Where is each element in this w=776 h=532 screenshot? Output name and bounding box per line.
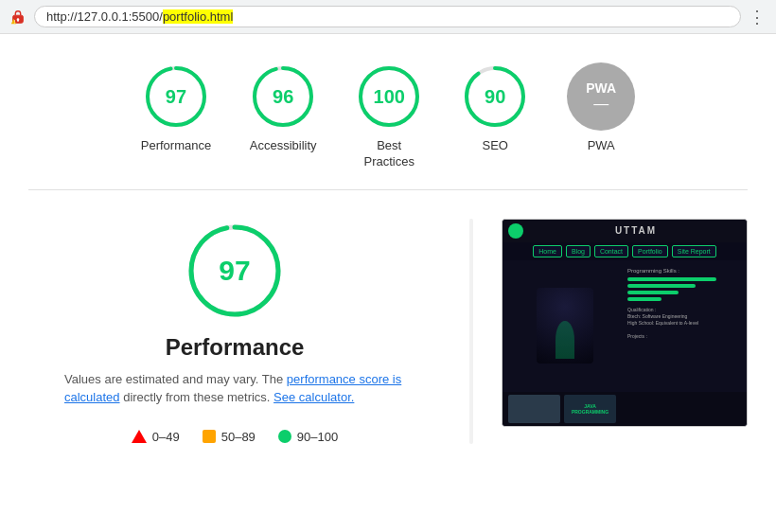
large-score-value: 97 <box>219 255 250 287</box>
ss-project-cards: JAVAPROGRAMMING <box>508 395 741 423</box>
browser-menu-icon[interactable]: ⋮ <box>749 7 767 27</box>
ss-bar-3 <box>627 291 679 294</box>
browser-bar: ! http://127.0.0.1:5500/portfolio.html ⋮ <box>0 0 776 34</box>
gauge-best-practices: 100 <box>355 62 423 131</box>
desc-middle: directly from these metrics. <box>120 390 274 404</box>
ss-skill-title: Programming Skills : <box>627 268 741 274</box>
score-label-best-practices: BestPractices <box>363 138 414 170</box>
ss-nav-portfolio: Portfolio <box>632 245 668 257</box>
ss-logo <box>508 223 523 239</box>
scroll-separator <box>469 219 473 444</box>
score-item-accessibility: 96 Accessibility <box>249 62 317 170</box>
legend-pass-icon <box>278 430 291 443</box>
main-content: 97 Performance 96 Accessibility <box>0 34 776 463</box>
legend-pass: 90–100 <box>278 430 338 444</box>
gauge-seo: 90 <box>461 62 529 131</box>
svg-rect-2 <box>17 19 18 21</box>
score-value-performance: 97 <box>166 86 186 108</box>
site-screenshot: UTTAM Home Blog Contact Portfolio Site R… <box>502 219 748 427</box>
gauge-pwa: PWA — <box>567 62 635 131</box>
score-label-seo: SEO <box>482 138 507 154</box>
legend-fail: 0–49 <box>132 430 180 444</box>
detail-section: 97 Performance Values are estimated and … <box>28 219 748 444</box>
url-bar[interactable]: http://127.0.0.1:5500/portfolio.html <box>34 6 741 27</box>
ss-nav-blog: Blog <box>566 245 591 257</box>
score-label-accessibility: Accessibility <box>250 138 317 154</box>
ss-title: UTTAM <box>531 225 741 236</box>
pwa-dash: — <box>593 96 608 113</box>
ss-left <box>508 264 622 388</box>
ss-qual: Qualification : Btech: Software Engineer… <box>627 307 741 340</box>
gauge-accessibility: 96 <box>249 62 317 131</box>
score-label-performance: Performance <box>141 138 211 154</box>
ss-figure <box>537 288 593 364</box>
score-item-pwa: PWA — PWA <box>567 62 635 170</box>
url-prefix: http://127.0.0.1:5500/ <box>46 9 163 24</box>
ss-bar-1 <box>627 277 716 281</box>
score-item-performance: 97 Performance <box>141 62 211 170</box>
legend-average-range: 50–89 <box>221 430 256 444</box>
ss-bottom: JAVAPROGRAMMING <box>503 392 747 426</box>
ss-bar-2 <box>627 284 696 288</box>
ss-header: UTTAM <box>503 220 747 242</box>
legend-fail-icon <box>132 430 147 443</box>
url-highlight: portfolio.html <box>163 9 233 24</box>
score-value-seo: 90 <box>485 86 505 108</box>
score-item-best-practices: 100 BestPractices <box>355 62 423 170</box>
desc-start: Values are estimated and may vary. The <box>64 372 287 386</box>
ss-nav: Home Blog Contact Portfolio Site Report <box>503 242 747 260</box>
ss-nav-contact: Contact <box>594 245 628 257</box>
ss-card-2: JAVAPROGRAMMING <box>564 395 616 423</box>
large-gauge-performance: 97 <box>183 219 287 323</box>
ss-card-2-label: JAVAPROGRAMMING <box>572 403 608 415</box>
legend-pass-range: 90–100 <box>297 430 338 444</box>
screenshot-inner: UTTAM Home Blog Contact Portfolio Site R… <box>503 220 747 426</box>
score-value-accessibility: 96 <box>273 86 293 108</box>
detail-left: 97 Performance Values are estimated and … <box>28 219 441 444</box>
pwa-text: PWA <box>586 80 616 96</box>
legend: 0–49 50–89 90–100 <box>132 430 338 444</box>
score-value-best-practices: 100 <box>374 86 405 108</box>
gauge-performance: 97 <box>142 62 210 131</box>
security-icon: ! <box>9 9 26 26</box>
detail-title: Performance <box>166 334 305 361</box>
ss-bar-4 <box>627 297 661 301</box>
ss-card-1 <box>508 395 560 423</box>
ss-body: Programming Skills : Qualification : Bte… <box>503 260 747 392</box>
ss-nav-home: Home <box>533 245 562 257</box>
score-item-seo: 90 SEO <box>461 62 529 170</box>
legend-average-icon <box>203 430 216 443</box>
scores-row: 97 Performance 96 Accessibility <box>28 62 748 190</box>
ss-right: Programming Skills : Qualification : Bte… <box>627 264 741 388</box>
detail-description: Values are estimated and may vary. The p… <box>64 370 405 407</box>
calculator-link[interactable]: See calculator. <box>273 390 354 404</box>
ss-nav-site-report: Site Report <box>672 245 716 257</box>
score-label-pwa: PWA <box>588 138 615 154</box>
legend-average: 50–89 <box>203 430 256 444</box>
legend-fail-range: 0–49 <box>152 430 180 444</box>
